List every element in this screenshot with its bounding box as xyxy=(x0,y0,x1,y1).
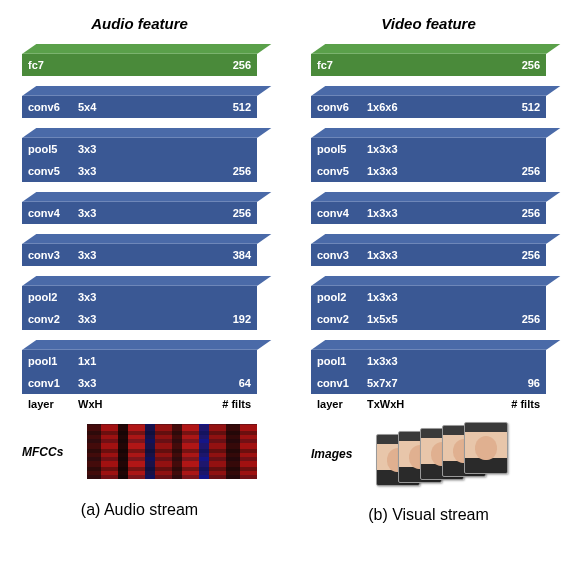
layer-filts: 256 xyxy=(500,59,540,71)
audio-caption: (a) Audio stream xyxy=(81,501,198,519)
images-label: Images xyxy=(311,447,366,461)
slab-3d-top xyxy=(22,192,271,202)
layer-filts: 256 xyxy=(500,249,540,261)
mfcc-spectrogram-icon xyxy=(87,424,257,479)
layer-filts: 192 xyxy=(211,313,251,325)
video-stack: fc7 256 conv6 1x6x6 512 pool5 1x3x3 xyxy=(311,44,546,410)
layer-name: conv1 xyxy=(28,377,78,389)
layer-name: pool1 xyxy=(317,355,367,367)
layer-filts: 384 xyxy=(211,249,251,261)
slab-3d-top xyxy=(22,86,271,96)
header-layer: layer xyxy=(28,398,78,410)
layer-row: fc7 256 xyxy=(22,54,257,76)
column-headers: layer TxWxH # filts xyxy=(311,394,546,410)
slab-3d-top xyxy=(311,340,560,350)
layer-name: conv4 xyxy=(28,207,78,219)
layer-filts: 64 xyxy=(211,377,251,389)
layer-row: conv3 3x3 384 xyxy=(22,244,257,266)
layer-row: pool2 3x3 xyxy=(22,286,257,308)
layer-dim: 1x3x3 xyxy=(367,207,500,219)
audio-stack: fc7 256 conv6 5x4 512 pool5 3x3 xyxy=(22,44,257,410)
video-input-row: Images xyxy=(311,424,546,484)
layer-row: conv2 1x5x5 256 xyxy=(311,308,546,330)
layer-dim: 3x3 xyxy=(78,207,211,219)
layer-filts: 256 xyxy=(500,207,540,219)
layer-name: conv6 xyxy=(317,101,367,113)
video-caption: (b) Visual stream xyxy=(368,506,489,524)
layer-name: conv3 xyxy=(28,249,78,261)
layer-dim: 1x3x3 xyxy=(367,291,500,303)
layer-block: conv3 1x3x3 256 xyxy=(311,234,546,266)
layer-filts: 256 xyxy=(211,59,251,71)
slab-3d-top xyxy=(311,44,560,54)
video-stream: Video feature fc7 256 conv6 1x6x6 512 xyxy=(299,15,558,524)
layer-filts: 256 xyxy=(500,313,540,325)
layer-row: conv1 5x7x7 96 xyxy=(311,372,546,394)
layer-dim: 3x3 xyxy=(78,143,211,155)
mfcc-label: MFCCs xyxy=(22,445,77,459)
header-dim: TxWxH xyxy=(367,398,490,410)
video-title: Video feature xyxy=(381,15,475,32)
header-filts: # filts xyxy=(201,398,251,410)
audio-input-row: MFCCs xyxy=(22,424,257,479)
layer-filts: 96 xyxy=(500,377,540,389)
face-frames-icon xyxy=(376,424,546,484)
layer-name: conv5 xyxy=(317,165,367,177)
layer-block: conv6 5x4 512 xyxy=(22,86,257,118)
layer-row: conv5 3x3 256 xyxy=(22,160,257,182)
layer-row: pool2 1x3x3 xyxy=(311,286,546,308)
layer-name: conv3 xyxy=(317,249,367,261)
layer-name: conv5 xyxy=(28,165,78,177)
header-dim: WxH xyxy=(78,398,201,410)
slab-3d-top xyxy=(22,234,271,244)
slab-3d-top xyxy=(311,276,560,286)
layer-dim: 1x1 xyxy=(78,355,211,367)
layer-row: conv6 5x4 512 xyxy=(22,96,257,118)
layer-block: pool1 1x1 conv1 3x3 64 xyxy=(22,340,257,394)
layer-name: fc7 xyxy=(317,59,367,71)
layer-dim: 1x6x6 xyxy=(367,101,500,113)
layer-dim: 1x5x5 xyxy=(367,313,500,325)
layer-row: pool1 1x3x3 xyxy=(311,350,546,372)
layer-name: pool2 xyxy=(317,291,367,303)
layer-filts: 256 xyxy=(211,165,251,177)
layer-name: conv2 xyxy=(317,313,367,325)
layer-row: conv6 1x6x6 512 xyxy=(311,96,546,118)
layer-row: conv2 3x3 192 xyxy=(22,308,257,330)
layer-name: conv2 xyxy=(28,313,78,325)
slab-3d-top xyxy=(311,86,560,96)
layer-block: pool1 1x3x3 conv1 5x7x7 96 xyxy=(311,340,546,394)
layer-block: pool5 3x3 conv5 3x3 256 xyxy=(22,128,257,182)
layer-name: pool5 xyxy=(317,143,367,155)
slab-3d-top xyxy=(311,192,560,202)
layer-name: pool2 xyxy=(28,291,78,303)
layer-dim: 3x3 xyxy=(78,249,211,261)
layer-row: fc7 256 xyxy=(311,54,546,76)
layer-row: conv4 3x3 256 xyxy=(22,202,257,224)
layer-dim: 3x3 xyxy=(78,313,211,325)
layer-block: conv4 1x3x3 256 xyxy=(311,192,546,224)
layer-block: fc7 256 xyxy=(311,44,546,76)
layer-row: pool1 1x1 xyxy=(22,350,257,372)
layer-dim: 1x3x3 xyxy=(367,143,500,155)
layer-block: pool2 1x3x3 conv2 1x5x5 256 xyxy=(311,276,546,330)
layer-row: conv1 3x3 64 xyxy=(22,372,257,394)
slab-3d-top xyxy=(311,128,560,138)
slab-3d-top xyxy=(311,234,560,244)
header-filts: # filts xyxy=(490,398,540,410)
layer-row: pool5 1x3x3 xyxy=(311,138,546,160)
slab-3d-top xyxy=(22,276,271,286)
slab-3d-top xyxy=(22,44,271,54)
layer-name: pool5 xyxy=(28,143,78,155)
layer-block: pool5 1x3x3 conv5 1x3x3 256 xyxy=(311,128,546,182)
layer-block: pool2 3x3 conv2 3x3 192 xyxy=(22,276,257,330)
layer-name: pool1 xyxy=(28,355,78,367)
layer-dim: 1x3x3 xyxy=(367,165,500,177)
layer-block: conv3 3x3 384 xyxy=(22,234,257,266)
layer-dim: 3x3 xyxy=(78,165,211,177)
layer-dim: 5x4 xyxy=(78,101,211,113)
audio-stream: Audio feature fc7 256 conv6 5x4 512 xyxy=(10,15,269,524)
face-frame-icon xyxy=(464,422,508,474)
layer-filts: 256 xyxy=(500,165,540,177)
layer-name: fc7 xyxy=(28,59,78,71)
